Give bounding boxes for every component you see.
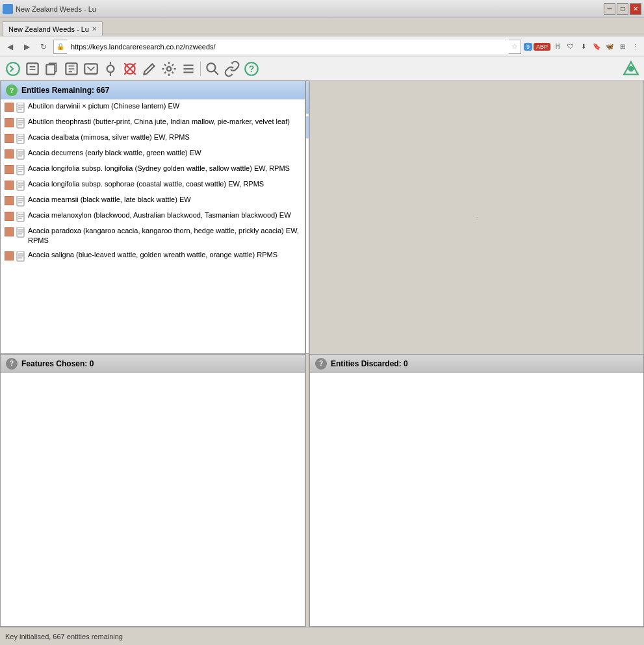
- entity-doc-icon: [16, 196, 25, 207]
- entity-label: Acacia longifolia subsp. longifolia (Syd…: [28, 164, 290, 173]
- features-chosen-panel: ? Features Chosen: 0: [0, 354, 305, 627]
- entities-discarded-content: [310, 373, 643, 627]
- entities-discarded-icon: ?: [315, 358, 327, 370]
- svg-line-16: [214, 70, 218, 75]
- svg-rect-61: [5, 103, 14, 112]
- svg-rect-91: [5, 196, 14, 205]
- entity-item-1[interactable]: Abutilon theophrasti (butter-print, Chin…: [1, 115, 305, 131]
- refresh-button[interactable]: ↻: [36, 40, 51, 54]
- entity-item-3[interactable]: Acacia decurrens (early black wattle, gr…: [1, 146, 305, 162]
- svg-rect-4: [46, 64, 55, 74]
- toolbar-btn-help[interactable]: ?: [242, 60, 261, 78]
- svg-rect-76: [5, 149, 14, 158]
- entity-item-2[interactable]: Acacia dealbata (mimosa, silver wattle) …: [1, 131, 305, 146]
- svg-rect-71: [5, 134, 14, 143]
- feature-item-misc[interactable]: + Miscellaneous Characters: [306, 249, 309, 271]
- toolbar-btn-edit[interactable]: [140, 60, 159, 78]
- butterfly-icon: 🦋: [604, 41, 615, 53]
- tab-bar: New Zealand Weeds - Lu ✕: [0, 18, 644, 36]
- feature-item-leaf[interactable]: + Leaf Characters: [306, 160, 309, 183]
- entity-label: Acacia mearnsii (black wattle, late blac…: [28, 195, 191, 205]
- svg-rect-66: [5, 118, 14, 127]
- toolbar-btn-search[interactable]: [203, 60, 222, 78]
- entity-label: Acacia dealbata (mimosa, silver wattle) …: [28, 133, 190, 142]
- vertical-divider[interactable]: ⋮: [309, 81, 644, 354]
- svg-point-7: [107, 65, 114, 72]
- features-chosen-header: ? Features Chosen: 0: [1, 355, 305, 373]
- feature-item-grass[interactable]: + Grass Characters: [306, 271, 309, 293]
- entity-item-8[interactable]: Acacia paradoxa (kangaroo acacia, kangar…: [1, 224, 305, 248]
- entity-color-icon: [5, 212, 14, 221]
- tab-close-button[interactable]: ✕: [92, 25, 97, 32]
- entity-color-icon: [5, 227, 14, 236]
- toolbar-btn-4[interactable]: [62, 60, 81, 78]
- entity-doc-icon: [16, 227, 25, 238]
- feature-item-other[interactable]: + Other Information (not for identificat…: [306, 293, 309, 333]
- entity-doc-icon: [16, 181, 25, 191]
- entity-item-5[interactable]: Acacia longifolia subsp. sophorae (coast…: [1, 177, 305, 193]
- entities-remaining-title: Entities Remaining: 667: [21, 86, 109, 95]
- entity-color-icon: [5, 165, 14, 174]
- shield-icon: 🛡: [565, 41, 576, 53]
- toolbar-btn-list[interactable]: [179, 60, 198, 78]
- minimize-button[interactable]: ─: [604, 3, 615, 15]
- forward-button[interactable]: ▶: [19, 40, 34, 54]
- toolbar-btn-5[interactable]: [82, 60, 100, 78]
- entity-item-7[interactable]: Acacia melanoxylon (blackwood, Australia…: [1, 209, 305, 224]
- toolbar-btn-3[interactable]: [43, 60, 61, 78]
- toolbar-btn-settings[interactable]: [160, 60, 178, 78]
- entity-item-0[interactable]: Abutilon darwinii × pictum (Chinese lant…: [1, 99, 305, 115]
- grid-icon: ⊞: [617, 41, 628, 53]
- entity-item-6[interactable]: Acacia mearnsii (black wattle, late blac…: [1, 193, 305, 209]
- address-bar: ◀ ▶ ↻ 🔒 ☆ 9 ABP H 🛡 ⬇ 🔖 🦋 ⊞ ⋮: [0, 36, 644, 57]
- entity-doc-icon: [16, 165, 25, 175]
- url-input[interactable]: [67, 40, 509, 54]
- entity-label: Abutilon theophrasti (butter-print, Chin…: [28, 117, 290, 127]
- toolbar-btn-link[interactable]: [223, 60, 241, 78]
- features-chosen-content: [1, 373, 305, 627]
- entity-label: Acacia decurrens (early black wattle, gr…: [28, 148, 201, 158]
- entity-doc-icon: [16, 251, 25, 262]
- svg-point-20: [628, 66, 634, 71]
- entities-icon: ?: [6, 84, 18, 96]
- feature-item-dist[interactable]: + Distribution Characters: [306, 333, 309, 353]
- toolbar-btn-logo[interactable]: [622, 60, 640, 78]
- entity-doc-icon: [16, 134, 25, 144]
- feature-item-fruit[interactable]: + Fruit Characters: [306, 205, 309, 227]
- lock-icon: 🔒: [57, 43, 64, 50]
- title-bar: New Zealand Weeds - Lu ─ □ ✕: [0, 0, 644, 18]
- feature-item-stem[interactable]: + Stem Characters: [306, 138, 309, 160]
- features-chosen-icon: ?: [6, 358, 18, 370]
- window-controls: ─ □ ✕: [604, 3, 641, 15]
- adblock-badge: ABP: [534, 43, 550, 51]
- app-icon: [3, 4, 13, 14]
- svg-rect-86: [5, 181, 14, 190]
- feature-item-plant[interactable]: + Plant Characters: [306, 116, 309, 138]
- feature-item-flower[interactable]: + Flower Characters: [306, 183, 309, 205]
- toolbar-btn-2[interactable]: [23, 60, 42, 78]
- entities-discarded-panel: ? Entities Discarded: 0: [309, 354, 644, 627]
- maximize-button[interactable]: □: [617, 3, 628, 15]
- close-button[interactable]: ✕: [630, 3, 641, 15]
- svg-rect-81: [5, 165, 14, 174]
- entity-doc-icon: [16, 118, 25, 129]
- toolbar-btn-restart[interactable]: [4, 60, 22, 78]
- main-grid: ? Features Available: 49 + Plant Charact…: [0, 81, 644, 627]
- more-icon[interactable]: ⋮: [630, 41, 641, 53]
- back-button[interactable]: ◀: [3, 40, 17, 54]
- toolbar-btn-identify[interactable]: [121, 60, 139, 78]
- svg-point-11: [167, 66, 172, 71]
- entities-discarded-title: Entities Discarded: 0: [331, 359, 408, 368]
- svg-rect-106: [5, 251, 14, 260]
- tab-label: New Zealand Weeds - Lu: [8, 25, 89, 33]
- feature-item-seed[interactable]: + Seed Characters: [306, 227, 309, 249]
- entities-remaining-header: ? Entities Remaining: 667: [1, 81, 305, 99]
- browser-tab[interactable]: New Zealand Weeds - Lu ✕: [3, 21, 103, 36]
- entity-label: Acacia paradoxa (kangaroo acacia, kangar…: [28, 226, 301, 246]
- status-text: Key initialised, 667 entities remaining: [5, 633, 123, 640]
- star-icon[interactable]: ☆: [511, 42, 518, 51]
- entity-item-9[interactable]: Acacia saligna (blue-leaved wattle, gold…: [1, 248, 305, 264]
- entity-item-4[interactable]: Acacia longifolia subsp. longifolia (Syd…: [1, 162, 305, 177]
- svg-rect-1: [27, 63, 38, 74]
- toolbar-btn-6[interactable]: [101, 60, 120, 78]
